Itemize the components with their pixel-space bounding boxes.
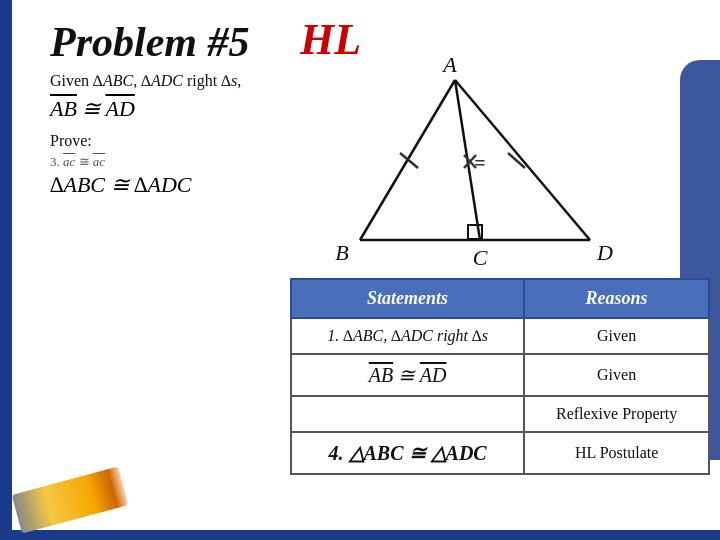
given-text: Given ∆ABC, ∆ADC right ∆s,	[50, 72, 241, 90]
table-row: AB ≅ AD Given	[291, 354, 709, 396]
proof-table-container: Statements Reasons 1. ∆ABC, ∆ADC right ∆…	[290, 278, 710, 475]
statements-header: Statements	[291, 279, 524, 318]
proof-table: Statements Reasons 1. ∆ABC, ∆ADC right ∆…	[290, 278, 710, 475]
statement-1: 1. ∆ABC, ∆ADC right ∆s	[291, 318, 524, 354]
table-row: 1. ∆ABC, ∆ADC right ∆s Given	[291, 318, 709, 354]
prove-conclusion: ∆ABC ≅ ∆ADC	[50, 172, 241, 198]
reason-2: Given	[524, 354, 709, 396]
triangle-diagram: = A B C D	[300, 50, 630, 280]
statement-4: 4. △ABC ≅ △ADC	[291, 432, 524, 474]
pencil-decoration-bottom	[12, 466, 129, 533]
table-row: 4. △ABC ≅ △ADC HL Postulate	[291, 432, 709, 474]
given-prove-section: Given ∆ABC, ∆ADC right ∆s, AB ≅ AD Prove…	[50, 72, 241, 198]
ab-ad-statement: AB ≅ AD	[50, 96, 241, 122]
statement-3	[291, 396, 524, 432]
reason-3: Reflexive Property	[524, 396, 709, 432]
bottom-border-strip	[0, 530, 720, 540]
svg-text:D: D	[596, 240, 613, 265]
step3-annotation: 3. ac ≅ ac	[50, 154, 241, 170]
reason-4: HL Postulate	[524, 432, 709, 474]
left-border-strip	[0, 0, 12, 540]
svg-text:=: =	[474, 152, 485, 174]
svg-text:C: C	[473, 245, 488, 270]
table-row: Reflexive Property	[291, 396, 709, 432]
page-title: Problem #5	[50, 18, 249, 66]
prove-label: Prove:	[50, 132, 241, 150]
svg-text:A: A	[441, 52, 457, 77]
reasons-header: Reasons	[524, 279, 709, 318]
reason-1: Given	[524, 318, 709, 354]
statement-2: AB ≅ AD	[291, 354, 524, 396]
svg-text:B: B	[335, 240, 348, 265]
